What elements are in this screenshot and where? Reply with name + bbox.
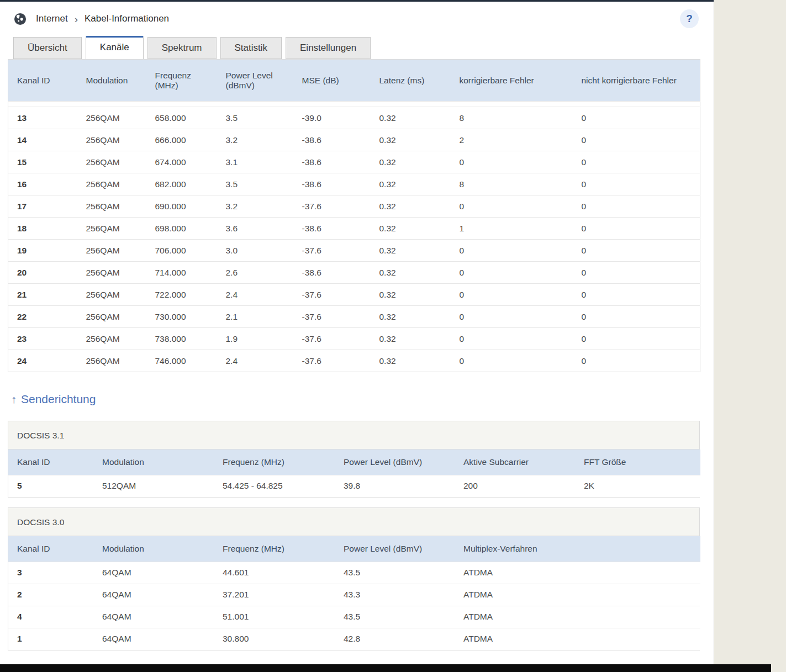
table-cell: 2.4 xyxy=(217,350,293,372)
table-row: 13256QAM658.0003.5-39.00.3280 xyxy=(8,107,700,129)
table-cell: 0.32 xyxy=(371,129,451,151)
column-header: Modulation xyxy=(77,60,146,102)
help-button[interactable]: ? xyxy=(680,9,699,28)
docsis30-section: DOCSIS 3.0 Kanal IDModulationFrequenz (M… xyxy=(8,507,700,650)
table-cell: 0 xyxy=(451,151,573,173)
table-cell: 0.32 xyxy=(371,284,451,306)
table-cell: 15 xyxy=(8,151,77,173)
table-cell: 256QAM xyxy=(77,262,146,284)
table-cell: 14 xyxy=(8,129,77,151)
table-cell: 18 xyxy=(8,218,77,240)
table-cell: ATDMA xyxy=(455,606,700,628)
table-cell: 3.2 xyxy=(217,195,293,218)
column-header: Kanal ID xyxy=(8,60,77,102)
table-cell: 64QAM xyxy=(93,606,214,628)
table-cell: 666.000 xyxy=(146,129,217,151)
tab-statistik[interactable]: Statistik xyxy=(220,37,282,59)
table-cell: 674.000 xyxy=(146,151,217,173)
upstream-heading-label: Senderichtung xyxy=(21,393,96,405)
table-row: 14256QAM666.0003.2-38.60.3220 xyxy=(8,129,700,151)
table-cell: 3.0 xyxy=(217,240,293,262)
chevron-right-icon: › xyxy=(75,14,78,24)
table-row: 15256QAM674.0003.1-38.60.3200 xyxy=(8,151,700,173)
table-cell: -37.6 xyxy=(293,195,371,218)
table-cell: 746.000 xyxy=(146,350,217,372)
downstream-channels-table: Kanal IDModulationFrequenz (MHz)Power Le… xyxy=(8,59,700,372)
column-header: Power Level (dBmV) xyxy=(217,60,293,102)
table-cell: 2K xyxy=(575,475,700,497)
column-header: korrigierbare Fehler xyxy=(451,60,573,102)
table-cell: 30.800 xyxy=(214,628,335,650)
table-row: 18256QAM698.0003.6-38.60.3210 xyxy=(8,218,700,240)
docsis31-title: DOCSIS 3.1 xyxy=(8,421,699,449)
table-cell: 42.8 xyxy=(335,628,455,650)
table-cell: 0 xyxy=(451,350,573,372)
table-cell: 5 xyxy=(8,475,93,497)
table-cell: 0 xyxy=(573,107,700,129)
breadcrumb-current-page: Kabel-Informationen xyxy=(85,13,169,24)
table-cell: 3.6 xyxy=(217,218,293,240)
table-cell: 37.201 xyxy=(214,584,335,606)
table-cell: ATDMA xyxy=(455,562,700,584)
table-header-row: Kanal IDModulationFrequenz (MHz)Power Le… xyxy=(8,536,700,562)
table-cell: 0 xyxy=(451,306,573,328)
table-cell: 1 xyxy=(8,628,93,650)
table-cell: 658.000 xyxy=(146,107,217,129)
table-cell: 0 xyxy=(573,240,700,262)
table-cell: 730.000 xyxy=(146,306,217,328)
column-header: Frequenz (MHz) xyxy=(214,449,335,475)
table-cell: 0 xyxy=(573,218,700,240)
table-header-row: Kanal IDModulationFrequenz (MHz)Power Le… xyxy=(8,449,700,475)
table-cell: 0 xyxy=(451,284,573,306)
table-cell: 8 xyxy=(451,173,573,195)
breadcrumb-section[interactable]: Internet xyxy=(36,13,68,24)
table-cell: 256QAM xyxy=(77,129,146,151)
table-cell: 0.32 xyxy=(371,107,451,129)
column-header: Kanal ID xyxy=(8,536,93,562)
column-header: Multiplex-Verfahren xyxy=(455,536,700,562)
top-accent-bar xyxy=(0,0,714,2)
table-cell: 0 xyxy=(573,306,700,328)
table-cell: 39.8 xyxy=(335,475,455,497)
table-cell: 256QAM xyxy=(77,151,146,173)
table-cell: 3.1 xyxy=(217,151,293,173)
table-cell: 0 xyxy=(573,262,700,284)
breadcrumb: Internet › Kabel-Informationen ? xyxy=(0,2,714,36)
table-cell: 43.5 xyxy=(335,606,455,628)
table-cell: 256QAM xyxy=(77,350,146,372)
tab-uebersicht[interactable]: Übersicht xyxy=(13,37,82,59)
tab-bar: Übersicht Kanäle Spektrum Statistik Eins… xyxy=(0,36,714,59)
tab-spektrum[interactable]: Spektrum xyxy=(147,37,217,59)
table-cell: -38.6 xyxy=(293,129,371,151)
tab-einstellungen[interactable]: Einstellungen xyxy=(286,37,371,59)
table-cell: 2.1 xyxy=(217,306,293,328)
table-cell: 256QAM xyxy=(77,173,146,195)
column-header: Modulation xyxy=(93,536,214,562)
table-cell: 0 xyxy=(451,240,573,262)
column-header: Power Level (dBmV) xyxy=(335,536,455,562)
table-cell: -39.0 xyxy=(293,107,371,129)
table-cell: 256QAM xyxy=(77,284,146,306)
table-cell: 256QAM xyxy=(77,195,146,218)
table-cell: 64QAM xyxy=(93,584,214,606)
table-cell: 21 xyxy=(8,284,77,306)
table-cell: 44.601 xyxy=(214,562,335,584)
table-cell: 4 xyxy=(8,606,93,628)
table-cell: 16 xyxy=(8,173,77,195)
column-header: Latenz (ms) xyxy=(371,60,451,102)
table-cell: 3.5 xyxy=(217,107,293,129)
table-cell: 17 xyxy=(8,195,77,218)
column-header: FFT Größe xyxy=(575,449,700,475)
table-cell: 24 xyxy=(8,350,77,372)
main-content: Kanal IDModulationFrequenz (MHz)Power Le… xyxy=(8,59,700,660)
table-cell: 0.32 xyxy=(371,195,451,218)
table-cell: 2 xyxy=(8,584,93,606)
table-cell: 714.000 xyxy=(146,262,217,284)
table-cell: 512QAM xyxy=(93,475,214,497)
tab-kanaele[interactable]: Kanäle xyxy=(86,36,144,59)
column-header: MSE (dB) xyxy=(293,60,371,102)
up-arrow-icon: ↑ xyxy=(11,393,17,405)
column-header: Frequenz (MHz) xyxy=(146,60,217,102)
table-cell: 0 xyxy=(573,284,700,306)
table-cell: 0 xyxy=(573,151,700,173)
